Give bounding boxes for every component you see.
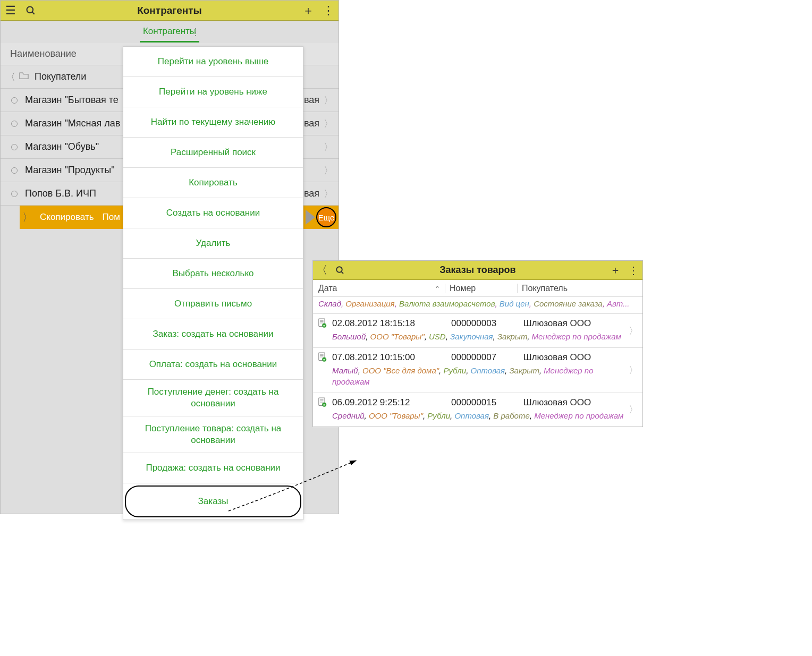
bullet-icon (11, 97, 18, 104)
chevron-right-icon: 〉 (629, 325, 638, 337)
ctx-payment-create[interactable]: Оплата: создать на основании (123, 350, 303, 380)
bullet-icon (11, 144, 18, 150)
item-tail: вая (304, 118, 319, 129)
add-icon[interactable]: ＋ (606, 261, 624, 280)
chevron-right-icon: 〉 (324, 164, 333, 177)
bullet-icon (11, 121, 18, 127)
col-number[interactable]: Номер (445, 284, 517, 293)
order-customer: Шлюзовая ООО (523, 352, 637, 364)
chevron-right-icon: 〉 (629, 403, 638, 416)
ctx-select-many[interactable]: Выбрать несколько (123, 259, 303, 289)
chevron-right-icon[interactable]: 〉 (20, 210, 36, 225)
chevron-right-icon: 〉 (629, 364, 638, 377)
order-customer: Шлюзовая ООО (523, 318, 637, 330)
ctx-level-down[interactable]: Перейти на уровень ниже (123, 77, 303, 107)
order-number: 000000007 (451, 352, 523, 364)
column-headers: Дата ˄ Номер Покупатель (313, 280, 642, 297)
order-date: 07.08.2012 10:15:00 (332, 352, 451, 364)
order-customer: Шлюзовая ООО (523, 397, 637, 409)
order-date: 06.09.2012 9:25:12 (332, 397, 451, 409)
svg-line-3 (341, 271, 343, 274)
meta-author: Авт... (607, 299, 630, 308)
ctx-create-based[interactable]: Создать на основании (123, 198, 303, 228)
ctx-sale-create[interactable]: Продажа: создать на основании (123, 453, 303, 483)
orders-panel: 〈 Заказы товаров ＋ ⋮ Дата ˄ Номер Покупа… (312, 260, 643, 427)
document-ok-icon (318, 352, 330, 364)
bullet-icon (11, 191, 18, 197)
order-subinfo: Средний, ООО "Товары", Рубли, Оптовая, В… (332, 411, 637, 421)
ctx-goods-in-create[interactable]: Поступление товара: создать на основании (123, 416, 303, 453)
tab-row: Контрагенты ⋮ (1, 21, 339, 43)
col-date[interactable]: Дата ˄ (313, 284, 445, 293)
meta-state: Состояние заказа (534, 299, 603, 308)
ctx-send-mail[interactable]: Отправить письмо (123, 289, 303, 319)
ctx-copy[interactable]: Копировать (123, 168, 303, 198)
meta-org: Организация (345, 299, 394, 308)
document-ok-icon (318, 397, 330, 409)
search-icon[interactable] (21, 1, 41, 21)
order-subinfo: Малый, ООО "Все для дома", Рубли, Оптова… (332, 365, 637, 387)
svg-point-0 (27, 6, 33, 13)
meta-pricetype: Вид цен (500, 299, 529, 308)
chevron-right-icon: 〉 (324, 117, 333, 130)
folder-label: Покупатели (35, 71, 86, 82)
ctx-orders[interactable]: Заказы (125, 485, 301, 517)
order-row[interactable]: 06.09.2012 9:25:12 000000015 Шлюзовая ОО… (313, 393, 642, 427)
action-more[interactable]: Еще (316, 207, 336, 227)
order-row[interactable]: 02.08.2012 18:15:18 000000003 Шлюзовая О… (313, 314, 642, 348)
order-number: 000000015 (451, 397, 523, 409)
ctx-adv-search[interactable]: Расширенный поиск (123, 138, 303, 168)
scroll-right-icon[interactable] (306, 210, 315, 225)
meta-warehouse: Склад (318, 299, 341, 308)
chevron-left-icon: 〈 (6, 71, 15, 83)
item-tail: вая (304, 188, 319, 199)
tab-more-icon[interactable]: ⋮ (191, 26, 200, 38)
more-vert-icon[interactable]: ⋮ (624, 261, 642, 280)
chevron-right-icon: 〉 (324, 94, 333, 107)
more-vert-icon[interactable]: ⋮ (318, 1, 339, 21)
right-header: 〈 Заказы товаров ＋ ⋮ (313, 261, 642, 280)
ctx-order-create[interactable]: Заказ: создать на основании (123, 319, 303, 350)
svg-line-1 (32, 12, 35, 14)
col-customer[interactable]: Покупатель (517, 284, 642, 293)
order-subinfo: Большой, ООО "Товары", USD, Закупочная, … (332, 331, 637, 342)
left-header: ☰ Контрагенты ＋ ⋮ (1, 1, 339, 21)
column-subheaders: Склад, Организация, Валюта взаиморасчето… (313, 297, 642, 314)
order-date: 02.08.2012 18:15:18 (332, 318, 451, 330)
ctx-delete[interactable]: Удалить (123, 228, 303, 259)
counterparties-panel: ☰ Контрагенты ＋ ⋮ Контрагенты ⋮ Наименов… (0, 0, 339, 514)
folder-icon (19, 71, 29, 82)
svg-point-2 (336, 267, 342, 272)
order-number: 000000003 (451, 318, 523, 330)
action-mark[interactable]: Пом (98, 212, 124, 223)
ctx-level-up[interactable]: Перейти на уровень выше (123, 47, 303, 77)
order-row[interactable]: 07.08.2012 10:15:00 000000007 Шлюзовая О… (313, 348, 642, 393)
document-ok-icon (318, 318, 330, 330)
menu-icon[interactable]: ☰ (1, 1, 21, 21)
ctx-money-in-create[interactable]: Поступление денег: создать на основании (123, 380, 303, 416)
bullet-icon (11, 167, 18, 174)
search-icon[interactable] (331, 261, 349, 280)
left-title: Контрагенты (41, 5, 298, 16)
item-tail: вая (304, 95, 319, 106)
action-copy[interactable]: Скопировать (36, 212, 98, 223)
right-title: Заказы товаров (349, 265, 606, 276)
context-menu: Перейти на уровень выше Перейти на урове… (123, 46, 303, 520)
chevron-right-icon: 〉 (324, 141, 333, 154)
sort-asc-icon: ˄ (435, 285, 439, 295)
back-icon[interactable]: 〈 (313, 261, 331, 280)
add-icon[interactable]: ＋ (298, 1, 318, 21)
ctx-find-current[interactable]: Найти по текущему значению (123, 107, 303, 138)
chevron-right-icon: 〉 (324, 188, 333, 200)
meta-currency: Валюта взаиморасчетов (399, 299, 495, 308)
